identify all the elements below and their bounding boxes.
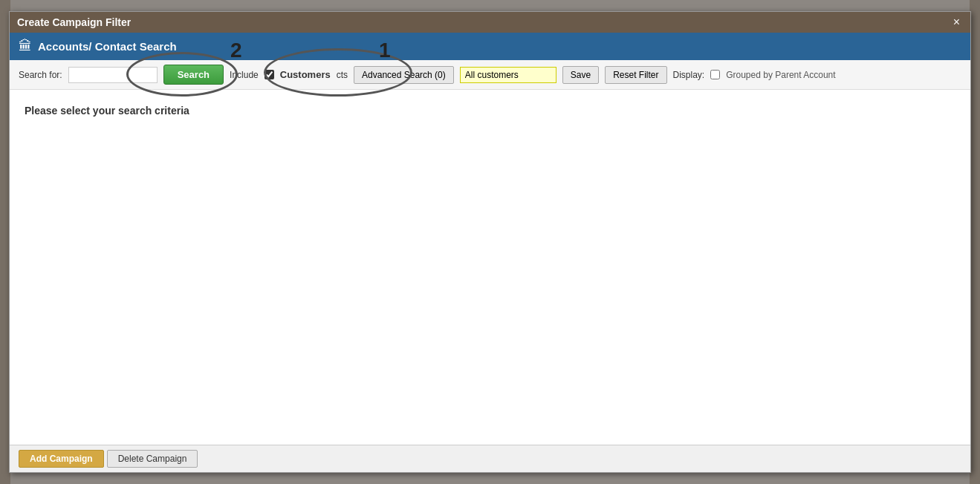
search-button[interactable]: Search: [163, 65, 224, 85]
modal-footer: Add Campaign Delete Campaign: [10, 445, 970, 472]
save-button[interactable]: Save: [562, 66, 599, 84]
modal-toolbar: Search for: Search Include Customers cts…: [10, 60, 970, 90]
modal-dialog: Create Campaign Filter × 🏛 Accounts/ Con…: [9, 11, 971, 473]
modal-close-button[interactable]: ×: [950, 16, 963, 28]
bank-icon: 🏛: [19, 39, 32, 54]
delete-campaign-button[interactable]: Delete Campaign: [107, 450, 198, 468]
modal-title: Create Campaign Filter: [17, 16, 131, 28]
select-criteria-text: Please select your search criteria: [25, 105, 189, 117]
add-campaign-button[interactable]: Add Campaign: [19, 450, 104, 468]
modal-body: Please select your search criteria: [10, 90, 970, 445]
filter-name-input[interactable]: [460, 67, 556, 83]
modal-header: 🏛 Accounts/ Contact Search: [10, 33, 970, 60]
advanced-search-button[interactable]: Advanced Search (0): [354, 66, 454, 84]
grouped-checkbox[interactable]: [710, 70, 720, 79]
display-label: Display:: [673, 70, 705, 80]
prospects-label: cts: [337, 70, 348, 80]
customers-checkbox[interactable]: [265, 70, 274, 79]
reset-filter-button[interactable]: Reset Filter: [605, 66, 666, 84]
customers-label: Customers: [280, 69, 331, 80]
include-label: Include: [230, 70, 259, 80]
search-for-input[interactable]: [68, 67, 158, 83]
modal-titlebar: Create Campaign Filter ×: [10, 12, 970, 33]
grouped-label: Grouped by Parent Account: [726, 70, 835, 80]
search-for-label: Search for:: [19, 70, 62, 80]
header-title: Accounts/ Contact Search: [38, 40, 177, 53]
